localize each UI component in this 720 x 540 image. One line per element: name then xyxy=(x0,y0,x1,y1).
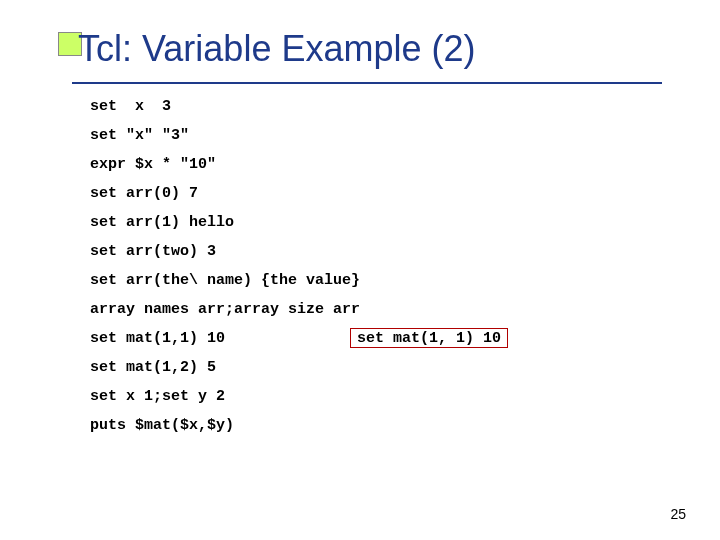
code-line: set x 3 xyxy=(90,98,720,115)
code-line: expr $x * "10" xyxy=(90,156,720,173)
page-number: 25 xyxy=(670,506,686,522)
code-line: puts $mat($x,$y) xyxy=(90,417,720,434)
code-line: set arr(two) 3 xyxy=(90,243,720,260)
code-line: set arr(0) 7 xyxy=(90,185,720,202)
code-line: set arr(the\ name) {the value} xyxy=(90,272,720,289)
code-line: set x 1;set y 2 xyxy=(90,388,720,405)
code-row-with-callout: set mat(1,1) 10 set mat(1, 1) 10 xyxy=(90,330,720,347)
code-line: set mat(1,2) 5 xyxy=(90,359,720,376)
slide-content: set x 3 set "x" "3" expr $x * "10" set a… xyxy=(0,84,720,434)
title-block: Tcl: Variable Example (2) xyxy=(0,0,720,78)
slide-title: Tcl: Variable Example (2) xyxy=(78,28,720,70)
code-line: set "x" "3" xyxy=(90,127,720,144)
code-line: set arr(1) hello xyxy=(90,214,720,231)
callout-box: set mat(1, 1) 10 xyxy=(350,328,508,348)
code-line: array names arr;array size arr xyxy=(90,301,720,318)
